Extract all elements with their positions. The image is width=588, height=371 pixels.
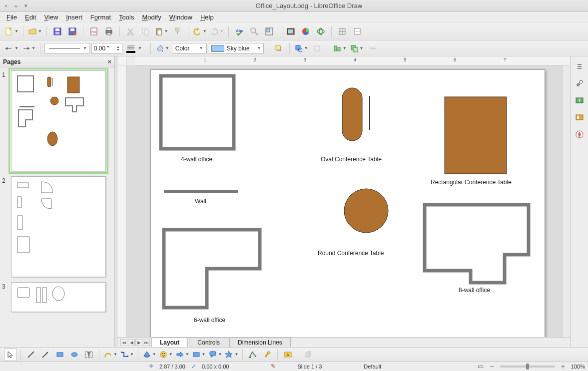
- menu-format[interactable]: Format: [87, 12, 114, 22]
- menu-tools[interactable]: Tools: [115, 12, 137, 22]
- spellcheck-button[interactable]: Abc: [233, 25, 246, 38]
- fill-color-dropdown[interactable]: Sky blue ▼: [209, 43, 264, 54]
- print-button[interactable]: [102, 25, 115, 38]
- menu-insert[interactable]: Insert: [62, 12, 86, 22]
- helplines-button[interactable]: [351, 25, 364, 38]
- text-tool-button[interactable]: T: [82, 348, 95, 361]
- grid-button[interactable]: [336, 25, 349, 38]
- effects-button[interactable]: ▼: [294, 42, 309, 55]
- tab-nav-first[interactable]: ⏮: [120, 339, 127, 346]
- line-color-button[interactable]: ▼: [124, 43, 137, 54]
- crop-button[interactable]: [311, 42, 324, 55]
- undo-button[interactable]: ▼: [192, 25, 207, 38]
- properties-icon[interactable]: [573, 76, 587, 90]
- svg-text:PDF: PDF: [91, 30, 97, 33]
- fit-page-icon[interactable]: ▭: [478, 363, 484, 370]
- block-arrows-button[interactable]: ▼: [175, 348, 190, 361]
- rectangle-tool-button[interactable]: [53, 348, 66, 361]
- maximize-window-icon[interactable]: ▾: [23, 3, 29, 9]
- canvas-viewport[interactable]: 4-wall office Oval Conference Table Rect…: [126, 65, 562, 337]
- arrow-style-start-button[interactable]: ▼: [4, 42, 19, 55]
- svg-rect-91: [210, 352, 216, 356]
- zoom-out-icon[interactable]: −: [490, 363, 494, 371]
- paste-button[interactable]: ▼: [154, 25, 169, 38]
- insert-chart-button[interactable]: [299, 25, 312, 38]
- zoom-in-icon[interactable]: +: [561, 363, 565, 371]
- flowchart-shapes-button[interactable]: ▼: [191, 348, 206, 361]
- line-tool-button[interactable]: [24, 348, 37, 361]
- area-fill-button[interactable]: ▼: [155, 42, 170, 55]
- fill-mode-dropdown[interactable]: Color▼: [172, 43, 207, 54]
- save-button[interactable]: [51, 25, 64, 38]
- edit-points-button[interactable]: [246, 348, 259, 361]
- basic-shapes-button[interactable]: ▼: [142, 348, 157, 361]
- svg-rect-48: [353, 47, 358, 52]
- line-width-field[interactable]: 0.00 " ▲▼: [91, 43, 122, 54]
- star-shapes-button[interactable]: ▼: [224, 348, 239, 361]
- curve-tool-button[interactable]: ▼: [103, 348, 118, 361]
- ellipse-tool-button[interactable]: [68, 348, 81, 361]
- select-tool-button[interactable]: [4, 348, 17, 361]
- zoom-button[interactable]: [248, 25, 261, 38]
- shadow-button[interactable]: [272, 42, 285, 55]
- arrange-button[interactable]: ▼: [349, 42, 364, 55]
- extrusion-button[interactable]: [302, 348, 315, 361]
- line-style-dropdown[interactable]: ▼: [44, 43, 89, 54]
- pages-panel-close-icon[interactable]: ×: [107, 58, 111, 65]
- format-paintbrush-button[interactable]: [171, 25, 184, 38]
- cut-button[interactable]: [124, 25, 137, 38]
- connector-tool-button[interactable]: ▼: [119, 348, 134, 361]
- insert-hyperlink-button[interactable]: [314, 25, 327, 38]
- line-width-value: 0.00 ": [94, 45, 109, 52]
- save-as-button[interactable]: [66, 25, 79, 38]
- glue-points-button[interactable]: [261, 348, 274, 361]
- tab-dimension[interactable]: Dimension Lines: [229, 338, 291, 347]
- scrollbar-vertical[interactable]: [562, 65, 570, 337]
- tab-controls[interactable]: Controls: [189, 338, 228, 347]
- callout-shapes-button[interactable]: ▼: [208, 348, 223, 361]
- tab-nav-last[interactable]: ⏭: [143, 339, 150, 346]
- export-pdf-button[interactable]: PDF: [87, 25, 100, 38]
- ruler-horizontal[interactable]: 1 2 3 4 5 6 7: [135, 56, 570, 65]
- copy-button[interactable]: [139, 25, 152, 38]
- symbol-shapes-button[interactable]: ▼: [158, 348, 173, 361]
- status-signature-icon[interactable]: ✎: [271, 363, 275, 370]
- distribute-button[interactable]: [366, 42, 379, 55]
- pages-panel-body[interactable]: 1 2: [0, 67, 114, 347]
- menu-window[interactable]: Window: [166, 12, 196, 22]
- page-thumb-1[interactable]: [11, 70, 106, 171]
- new-document-button[interactable]: ▼: [4, 25, 19, 38]
- svg-point-58: [47, 132, 57, 146]
- navigator-sidebar-icon[interactable]: [573, 127, 587, 141]
- menu-help[interactable]: Help: [197, 12, 217, 22]
- menu-file[interactable]: File: [3, 12, 20, 22]
- insert-image-button[interactable]: [284, 25, 297, 38]
- menu-modify[interactable]: Modify: [138, 12, 164, 22]
- close-window-icon[interactable]: ×: [3, 3, 9, 9]
- menu-edit[interactable]: Edit: [21, 12, 39, 22]
- menu-view[interactable]: View: [40, 12, 61, 22]
- new-window-icon[interactable]: +: [13, 3, 19, 9]
- styles-icon[interactable]: T: [573, 93, 587, 107]
- page-thumb-2[interactable]: [11, 176, 106, 277]
- zoom-slider[interactable]: [500, 366, 555, 368]
- status-zoom[interactable]: 100%: [571, 364, 585, 370]
- alignment-button[interactable]: ▼: [332, 42, 347, 55]
- fontwork-button[interactable]: A: [281, 348, 294, 361]
- redo-button[interactable]: ▼: [209, 25, 224, 38]
- arrow-style-end-button[interactable]: ▼: [21, 42, 36, 55]
- status-style[interactable]: Default: [364, 364, 381, 370]
- ruler-vertical[interactable]: [117, 65, 126, 337]
- open-button[interactable]: ▼: [27, 25, 42, 38]
- svg-rect-21: [267, 29, 270, 32]
- tab-nav-next[interactable]: ▶: [135, 339, 142, 346]
- tab-nav-prev[interactable]: ◀: [128, 339, 135, 346]
- drawing-page[interactable]: 4-wall office Oval Conference Table Rect…: [150, 69, 545, 337]
- navigator-button[interactable]: [263, 25, 276, 38]
- sidebar-toggle-icon[interactable]: [573, 59, 587, 73]
- gallery-icon[interactable]: [573, 110, 587, 124]
- page-thumb-3[interactable]: [11, 282, 106, 312]
- arrow-line-tool-button[interactable]: [39, 348, 52, 361]
- window-title: Office_Layout.odg - LibreOffice Draw: [33, 2, 585, 9]
- tab-layout[interactable]: Layout: [151, 338, 188, 347]
